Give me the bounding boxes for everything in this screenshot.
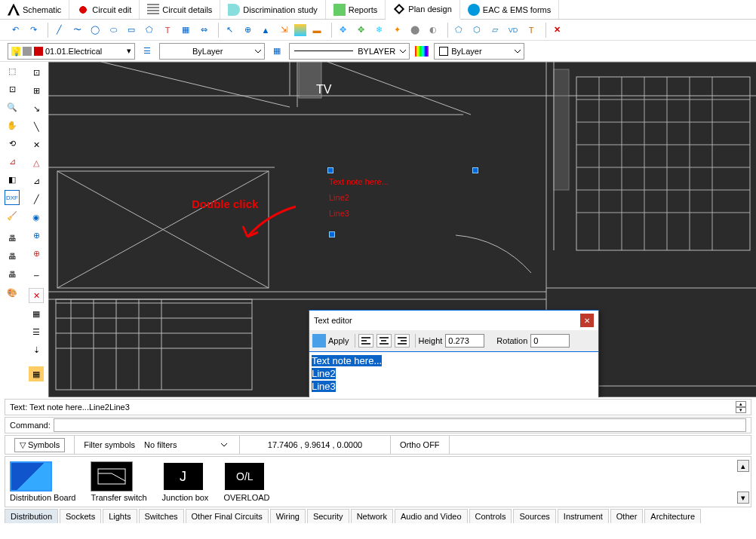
filter-select[interactable]: No filters (140, 436, 230, 453)
text-note[interactable]: Text note here... Line2 Line3 (329, 173, 389, 220)
bot-tab-switches[interactable]: Switches (139, 509, 184, 523)
tab-plan-design[interactable]: Plan design (386, 0, 460, 20)
bot-tab-security[interactable]: Security (307, 509, 349, 523)
snap-cen-icon[interactable]: △ (29, 155, 44, 170)
rotate-tool[interactable]: ✥ (353, 23, 368, 38)
print-setup-icon[interactable]: 🖶 (5, 249, 20, 264)
arrow-icon[interactable]: ⇣ (29, 342, 44, 357)
color-select[interactable]: ByLayer (434, 43, 524, 60)
bot-tab-distribution[interactable]: Distribution (5, 509, 58, 523)
measure-tool[interactable]: ↖ (222, 23, 237, 38)
pan-icon[interactable]: ✋ (5, 118, 20, 133)
zoom-in-icon[interactable]: 🔍 (5, 100, 20, 115)
snap-par-icon[interactable]: ⎯ (29, 264, 44, 279)
hatch-tool[interactable]: ▦ (178, 23, 193, 38)
symbol-distribution-board[interactable]: Distribution Board (10, 461, 75, 502)
tab-circuit-edit[interactable]: Circuit edit (69, 0, 140, 19)
gallery-scroll-up[interactable]: ▴ (737, 460, 749, 472)
redo-button[interactable]: ↷ (26, 23, 41, 38)
bot-tab-sources[interactable]: Sources (513, 509, 555, 523)
history-spinner[interactable]: ▴▾ (736, 401, 746, 413)
editor-line[interactable]: Text note here... (312, 355, 382, 366)
zoom-scale-icon[interactable]: ⊿ (5, 154, 20, 169)
symbol-overload[interactable]: O/LOVERLOAD (223, 461, 269, 502)
lineweight-select[interactable]: BYLAYER (289, 43, 410, 60)
list-icon[interactable]: ☰ (29, 324, 44, 339)
extend-tool[interactable]: ◐ (426, 23, 441, 38)
snap-tan-icon[interactable]: ╱ (29, 191, 44, 207)
tab-circuit-details[interactable]: Circuit details (140, 0, 220, 19)
bot-tab-instrument[interactable]: Instrument (558, 509, 609, 523)
symbol-transfer-switch[interactable]: Transfer switch (91, 461, 146, 502)
image-tool[interactable] (294, 24, 306, 36)
plot-icon[interactable]: 🖶 (5, 267, 20, 282)
snap-ext-icon[interactable]: ⊕ (29, 246, 44, 261)
layer-tool[interactable]: ▬ (309, 23, 324, 38)
snap-perp-icon[interactable]: ↘ (29, 101, 44, 116)
layer-manager-icon[interactable]: ☰ (140, 44, 155, 59)
rect-tool[interactable]: ▭ (124, 23, 139, 38)
bot-tab-lights[interactable]: Lights (103, 509, 137, 523)
join-tool[interactable]: ▱ (487, 23, 502, 38)
snap-node-icon[interactable]: ◉ (29, 210, 44, 225)
lineweight-icon[interactable]: ▦ (269, 44, 284, 59)
table-icon[interactable]: ▦ (29, 366, 44, 381)
rotation-input[interactable] (530, 334, 570, 348)
editor-line[interactable]: Line3 (312, 381, 336, 392)
gallery-scroll-down[interactable]: ▾ (737, 492, 749, 504)
tab-eac[interactable]: EAC & EMS forms (460, 0, 559, 19)
bot-tab-other-final[interactable]: Other Final Circuits (186, 509, 269, 523)
bot-tab-wiring[interactable]: Wiring (270, 509, 306, 523)
scale-tool[interactable]: ❄ (371, 23, 386, 38)
delete-button[interactable]: ✕ (549, 23, 564, 38)
command-input[interactable] (54, 418, 746, 432)
linetype-select[interactable]: ByLayer (159, 43, 265, 60)
snap-end-icon[interactable]: ⊡ (29, 65, 44, 80)
explode-tool[interactable]: ⬠ (451, 23, 466, 38)
offset-tool[interactable]: ⇲ (276, 23, 291, 38)
drawing-canvas[interactable]: TV Text note here... Line2 Line3 Double … (48, 62, 756, 397)
apply-button[interactable]: Apply (312, 334, 349, 348)
arc-tool[interactable]: 〜 (69, 23, 85, 38)
print-icon[interactable]: 🖶 (5, 231, 20, 246)
text-editor-body[interactable]: Text note here... Line2 Line3 (309, 351, 598, 397)
grid-icon[interactable]: ▦ (29, 306, 44, 321)
text-tool[interactable]: T (160, 23, 175, 38)
copy-tool[interactable]: ⊕ (240, 23, 255, 38)
layer-selector[interactable]: 💡 01.01.Electrical ▾ (8, 43, 135, 60)
bot-tab-network[interactable]: Network (351, 509, 393, 523)
bot-tab-audio-video[interactable]: Audio and Video (395, 509, 468, 523)
clean-icon[interactable]: 🧹 (5, 208, 20, 223)
snap-mid-icon[interactable]: ⊞ (29, 83, 44, 98)
regen-icon[interactable]: ◧ (5, 172, 20, 187)
snap-near-icon[interactable]: ╲ (29, 119, 44, 134)
tab-schematic[interactable]: Schematic (0, 0, 69, 19)
array-tool[interactable]: ✦ (389, 23, 404, 38)
symbols-button[interactable]: ▽Symbols (14, 438, 65, 452)
dimension-tool[interactable]: ⇔ (196, 23, 211, 38)
tab-reports[interactable]: Reports (326, 0, 386, 19)
mirror-tool[interactable]: ▲ (258, 23, 273, 38)
zoom-prev-icon[interactable]: ⟲ (5, 136, 20, 151)
dialog-close-button[interactable]: ✕ (580, 314, 594, 327)
snap-ins-icon[interactable]: ⊕ (29, 228, 44, 243)
circle-tool[interactable]: ◯ (88, 23, 103, 38)
selection-handle[interactable] (329, 231, 335, 237)
zoom-window-icon[interactable]: ⊡ (5, 81, 20, 96)
bot-tab-architecture[interactable]: Architecture (644, 509, 701, 523)
ortho-toggle[interactable]: Ortho OFF (400, 440, 440, 449)
undo-button[interactable]: ↶ (8, 23, 23, 38)
symbol-junction-box[interactable]: JJunction box (162, 461, 209, 502)
trim-tool[interactable]: ⬤ (407, 23, 423, 38)
align-left-button[interactable] (358, 334, 373, 348)
palette-icon[interactable]: 🎨 (5, 285, 20, 300)
height-input[interactable] (445, 334, 484, 348)
line-tool[interactable]: ╱ (51, 23, 66, 38)
bot-tab-other[interactable]: Other (610, 509, 644, 523)
close-x-icon[interactable]: ✕ (29, 288, 44, 303)
dialog-titlebar[interactable]: Text editor ✕ (309, 311, 598, 330)
polygon-tool[interactable]: ⬠ (142, 23, 157, 38)
selection-handle[interactable] (472, 167, 478, 173)
tab-discrimination[interactable]: Discrimination study (220, 0, 325, 19)
bot-tab-sockets[interactable]: Sockets (60, 509, 101, 523)
